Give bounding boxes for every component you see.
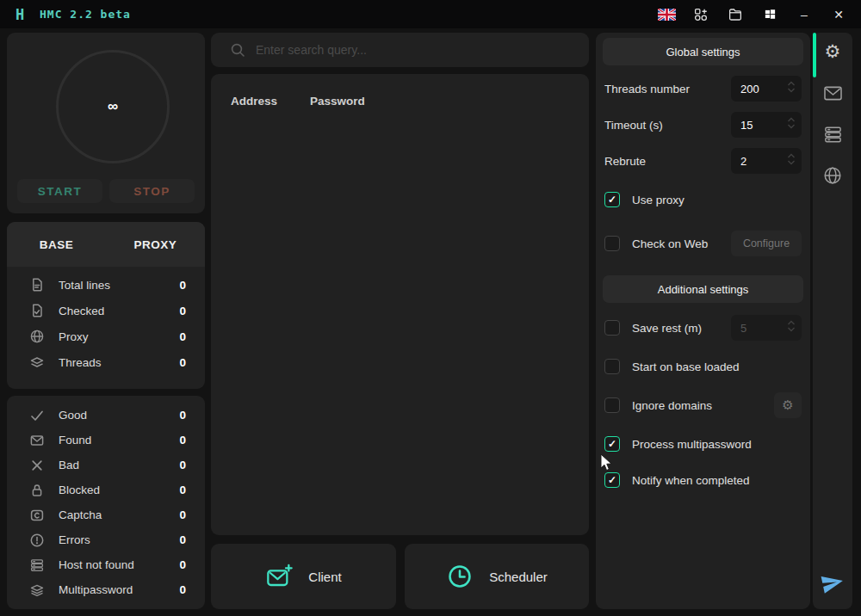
active-tab-indicator: [813, 33, 816, 77]
captcha-icon: [29, 508, 45, 523]
check-icon: ✓: [608, 439, 616, 449]
x-icon: [29, 458, 45, 473]
ignore-domains-checkbox[interactable]: ✓: [604, 397, 620, 413]
app-window: H HMC 2.2 beta: [0, 0, 861, 616]
check-on-web-checkbox[interactable]: ✓: [604, 236, 620, 251]
client-button[interactable]: Client: [211, 544, 396, 609]
stats-tabs: BASE PROXY: [7, 222, 205, 267]
check-icon: [29, 408, 45, 423]
minimize-button[interactable]: –: [787, 0, 821, 28]
start-on-base-checkbox[interactable]: ✓: [604, 359, 620, 374]
close-button[interactable]: ✕: [821, 0, 856, 28]
stat-row-threads: Threads 0: [7, 349, 205, 375]
stat-row-errors: Errors 0: [7, 527, 205, 552]
process-multipassword-row: ✓ Process multipassword: [604, 434, 802, 454]
file-icon: [29, 277, 45, 293]
global-settings-header: Global settings: [603, 38, 803, 65]
configure-button[interactable]: Configure: [731, 231, 802, 256]
save-rest-checkbox[interactable]: ✓: [604, 320, 620, 336]
client-button-label: Client: [308, 570, 341, 584]
runner-buttons: START STOP: [17, 179, 195, 203]
search-input[interactable]: [256, 43, 577, 57]
folder-icon[interactable]: [718, 0, 753, 28]
ignore-domains-gear-button[interactable]: ⚙: [774, 392, 802, 418]
server-icon: [29, 557, 45, 573]
lock-icon: [29, 483, 45, 498]
stat-row-total-lines: Total lines 0: [7, 272, 205, 298]
infinity-symbol: ∞: [108, 98, 118, 115]
globe-nav-icon[interactable]: [822, 165, 843, 186]
progress-ring: ∞: [49, 50, 177, 163]
rebrute-input: [731, 148, 802, 174]
ignore-domains-row: ✓ Ignore domains ⚙: [604, 392, 802, 418]
language-flag-icon[interactable]: [649, 0, 684, 28]
threads-number-input: [731, 76, 802, 102]
spinner-arrows-icon[interactable]: [787, 319, 796, 336]
spinner-arrows-icon[interactable]: [787, 80, 796, 97]
globe-icon: [29, 329, 45, 344]
save-rest-input: [731, 315, 802, 341]
notify-completed-row: ✓ Notify when completed: [604, 470, 802, 490]
stat-row-multipassword: Multipassword 0: [7, 577, 205, 602]
mail-nav-icon[interactable]: [822, 83, 843, 103]
stat-row-captcha: Captcha 0: [7, 502, 205, 527]
scheduler-button[interactable]: Scheduler: [405, 544, 589, 609]
app-title: HMC 2.2 beta: [40, 8, 131, 21]
results-table: Address Password: [211, 74, 589, 535]
error-icon: [29, 533, 45, 548]
mail-icon: [29, 433, 45, 448]
use-proxy-row: ✓ Use proxy: [604, 189, 802, 210]
timeout-field: Timeout (s): [604, 112, 802, 138]
start-on-base-row: ✓ Start on base loaded: [604, 356, 802, 377]
tab-base[interactable]: BASE: [7, 238, 106, 251]
start-button[interactable]: START: [17, 179, 102, 203]
file-check-icon: [29, 303, 45, 318]
nav-sidebar: ⚙: [813, 33, 852, 609]
check-on-web-row: ✓ Check on Web Configure: [604, 231, 802, 256]
stop-button[interactable]: STOP: [109, 179, 195, 203]
integrations-icon[interactable]: [684, 0, 718, 28]
notify-completed-checkbox[interactable]: ✓: [604, 472, 620, 488]
stat-row-good: Good 0: [7, 403, 205, 428]
mail-plus-icon: [265, 563, 293, 590]
layers-icon: [29, 354, 45, 370]
rebrute-value[interactable]: [731, 155, 776, 168]
clock-icon: [446, 563, 474, 590]
spinner-arrows-icon[interactable]: [787, 116, 796, 133]
spinner-arrows-icon[interactable]: [787, 152, 796, 169]
search-bar: [211, 33, 589, 67]
threads-number-value[interactable]: [731, 83, 776, 95]
database-nav-icon[interactable]: [822, 124, 843, 145]
multi-layers-icon: [29, 582, 45, 598]
telegram-icon[interactable]: [821, 571, 845, 595]
stat-row-proxy: Proxy 0: [7, 323, 205, 349]
app-logo: H: [10, 6, 29, 23]
gear-icon: ⚙: [782, 397, 793, 413]
search-icon: [230, 42, 245, 58]
check-icon: ✓: [608, 475, 616, 485]
results-stats-panel: Good 0 Found 0 Bad 0 Block: [7, 396, 205, 609]
base-stats-panel: BASE PROXY Total lines 0: [7, 222, 205, 389]
column-header-address[interactable]: Address: [231, 95, 310, 108]
column-header-password[interactable]: Password: [310, 95, 365, 108]
titlebar: H HMC 2.2 beta: [0, 0, 861, 28]
windows-logo-icon[interactable]: [753, 0, 787, 28]
save-rest-row: ✓ Save rest (m): [604, 315, 802, 341]
stat-row-host-not-found: Host not found 0: [7, 552, 205, 577]
table-header: Address Password: [231, 95, 569, 108]
process-multipassword-checkbox[interactable]: ✓: [604, 436, 620, 452]
stat-row-checked: Checked 0: [7, 298, 205, 323]
stat-row-found: Found 0: [7, 428, 205, 453]
rebrute-field: Rebrute: [604, 148, 802, 174]
threads-number-field: Threads number: [604, 76, 802, 102]
timeout-input: [731, 112, 802, 138]
tab-proxy[interactable]: PROXY: [106, 238, 205, 251]
settings-nav-gear-icon[interactable]: ⚙: [822, 41, 843, 62]
save-rest-value[interactable]: [731, 322, 776, 335]
check-icon: ✓: [608, 194, 616, 205]
stat-row-blocked: Blocked 0: [7, 477, 205, 502]
base-stats-list: Total lines 0 Checked 0 Proxy 0: [7, 267, 205, 375]
use-proxy-checkbox[interactable]: ✓: [604, 192, 620, 207]
stat-row-bad: Bad 0: [7, 453, 205, 477]
timeout-value[interactable]: [731, 119, 776, 132]
